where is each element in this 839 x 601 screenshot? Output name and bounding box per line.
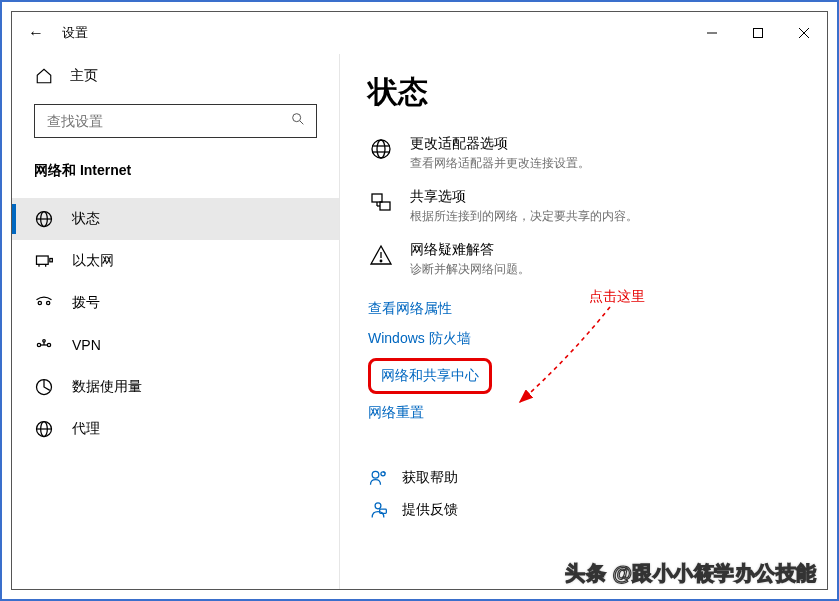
section-label: 网络和 Internet bbox=[12, 156, 339, 198]
option-adapter[interactable]: 更改适配器选项 查看网络适配器并更改连接设置。 bbox=[368, 135, 799, 172]
share-icon bbox=[368, 188, 394, 214]
vpn-icon bbox=[34, 335, 54, 355]
sidebar-item-data-usage[interactable]: 数据使用量 bbox=[12, 366, 339, 408]
svg-point-36 bbox=[375, 503, 381, 509]
svg-point-16 bbox=[47, 343, 50, 346]
option-desc: 根据所连接到的网络，决定要共享的内容。 bbox=[410, 208, 638, 225]
feedback-label: 提供反馈 bbox=[402, 501, 458, 519]
svg-point-13 bbox=[38, 301, 41, 304]
content-body: 主页 网络和 Internet 状态 bbox=[12, 54, 827, 589]
option-desc: 查看网络适配器并更改连接设置。 bbox=[410, 155, 590, 172]
window-controls bbox=[689, 12, 827, 54]
option-title: 共享选项 bbox=[410, 188, 638, 206]
titlebar-left: ← 设置 bbox=[28, 24, 88, 42]
link-sharing-center[interactable]: 网络和共享中心 bbox=[381, 365, 479, 387]
sidebar-item-dialup[interactable]: 拨号 bbox=[12, 282, 339, 324]
svg-rect-1 bbox=[754, 29, 763, 38]
annotation-highlight-box: 网络和共享中心 bbox=[368, 358, 492, 394]
main-panel: 状态 更改适配器选项 查看网络适配器并更改连接设置。 共享选项 bbox=[340, 54, 827, 589]
sidebar: 主页 网络和 Internet 状态 bbox=[12, 54, 340, 589]
window-title: 设置 bbox=[62, 24, 88, 42]
option-sharing[interactable]: 共享选项 根据所连接到的网络，决定要共享的内容。 bbox=[368, 188, 799, 225]
sidebar-item-label: VPN bbox=[72, 337, 101, 353]
sidebar-item-status[interactable]: 状态 bbox=[12, 198, 339, 240]
sidebar-item-ethernet[interactable]: 以太网 bbox=[12, 240, 339, 282]
option-desc: 诊断并解决网络问题。 bbox=[410, 261, 530, 278]
settings-window: ← 设置 bbox=[11, 11, 828, 590]
minimize-button[interactable] bbox=[689, 12, 735, 54]
search-box[interactable] bbox=[34, 104, 317, 138]
proxy-icon bbox=[34, 419, 54, 439]
sidebar-item-vpn[interactable]: VPN bbox=[12, 324, 339, 366]
option-texts: 网络疑难解答 诊断并解决网络问题。 bbox=[410, 241, 530, 278]
maximize-button[interactable] bbox=[735, 12, 781, 54]
svg-point-24 bbox=[372, 140, 390, 158]
option-troubleshoot[interactable]: 网络疑难解答 诊断并解决网络问题。 bbox=[368, 241, 799, 278]
svg-point-15 bbox=[37, 343, 40, 346]
svg-rect-10 bbox=[50, 259, 53, 262]
sidebar-item-label: 以太网 bbox=[72, 252, 114, 270]
search-input[interactable] bbox=[45, 112, 290, 130]
sidebar-item-proxy[interactable]: 代理 bbox=[12, 408, 339, 450]
data-icon bbox=[34, 377, 54, 397]
sidebar-item-label: 拨号 bbox=[72, 294, 100, 312]
sidebar-item-label: 数据使用量 bbox=[72, 378, 142, 396]
link-network-reset[interactable]: 网络重置 bbox=[368, 398, 424, 428]
svg-point-25 bbox=[377, 140, 385, 158]
close-button[interactable] bbox=[781, 12, 827, 54]
svg-point-14 bbox=[47, 301, 50, 304]
sidebar-item-label: 代理 bbox=[72, 420, 100, 438]
svg-point-33 bbox=[380, 260, 382, 262]
search-icon bbox=[290, 111, 306, 131]
svg-point-34 bbox=[372, 471, 379, 478]
outer-frame: ← 设置 bbox=[0, 0, 839, 601]
home-icon bbox=[34, 66, 54, 86]
svg-rect-29 bbox=[380, 202, 390, 210]
troubleshoot-icon bbox=[368, 241, 394, 267]
home-button[interactable]: 主页 bbox=[12, 58, 339, 94]
get-help-label: 获取帮助 bbox=[402, 469, 458, 487]
link-firewall[interactable]: Windows 防火墙 bbox=[368, 324, 471, 354]
sidebar-item-label: 状态 bbox=[72, 210, 100, 228]
annotation-text: 点击这里 bbox=[589, 288, 645, 306]
option-title: 网络疑难解答 bbox=[410, 241, 530, 259]
page-title: 状态 bbox=[368, 72, 799, 113]
svg-point-18 bbox=[43, 340, 46, 343]
option-texts: 共享选项 根据所连接到的网络，决定要共享的内容。 bbox=[410, 188, 638, 225]
status-icon bbox=[34, 209, 54, 229]
titlebar: ← 设置 bbox=[12, 12, 827, 54]
get-help-icon bbox=[368, 468, 388, 488]
svg-rect-28 bbox=[372, 194, 382, 202]
link-view-network-props[interactable]: 查看网络属性 bbox=[368, 294, 452, 324]
option-title: 更改适配器选项 bbox=[410, 135, 590, 153]
ethernet-icon bbox=[34, 251, 54, 271]
feedback-row[interactable]: 提供反馈 bbox=[368, 494, 799, 526]
feedback-icon bbox=[368, 500, 388, 520]
svg-line-5 bbox=[300, 121, 303, 124]
dialup-icon bbox=[34, 293, 54, 313]
svg-point-4 bbox=[293, 114, 301, 122]
svg-rect-9 bbox=[37, 256, 49, 264]
home-label: 主页 bbox=[70, 67, 98, 85]
adapter-icon bbox=[368, 135, 394, 161]
option-texts: 更改适配器选项 查看网络适配器并更改连接设置。 bbox=[410, 135, 590, 172]
back-button[interactable]: ← bbox=[28, 25, 44, 41]
get-help-row[interactable]: 获取帮助 bbox=[368, 462, 799, 494]
